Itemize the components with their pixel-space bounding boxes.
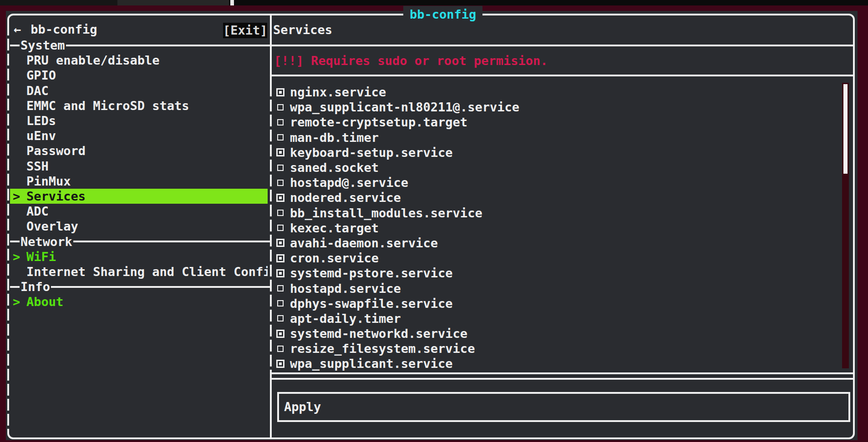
service-row[interactable]: systemd-networkd.service [272,326,841,341]
sidebar-item-password[interactable]: > Password [10,143,268,158]
service-row[interactable]: avahi-daemon.service [272,236,841,251]
selection-marker: > [13,295,20,309]
section-label: System [20,38,66,52]
service-row[interactable]: nodered.service [272,190,841,205]
checkbox-icon[interactable] [276,223,285,232]
service-name: systemd-networkd.service [290,326,467,341]
service-row[interactable]: kexec.target [272,221,841,236]
sidebar-item-label: EMMC and MicroSD stats [26,99,189,113]
sidebar-item-label: WiFi [26,250,56,264]
service-name: remote-cryptsetup.target [290,115,467,129]
services-checklist: nginx.service wpa_supplicant-nl80211@.se… [272,85,841,372]
service-name: keyboard-setup.service [290,146,453,160]
service-row[interactable]: systemd-pstore.service [272,266,841,281]
service-name: wpa_supplicant.service [290,357,453,371]
selection-marker: > [13,189,20,203]
section-rule [10,286,20,288]
service-name: hostapd.service [290,281,401,296]
page-title: Services [273,22,332,38]
service-name: nodered.service [290,191,401,205]
service-row[interactable]: hostapd@.service [272,175,841,190]
back-arrow-icon[interactable]: ← [14,22,21,36]
divider-line [272,372,853,374]
service-name: wpa_supplicant-nl80211@.service [290,100,519,114]
divider-line [272,45,853,46]
checkbox-icon[interactable] [276,178,285,187]
service-name: saned.socket [290,161,379,175]
service-name: nginx.service [290,85,386,99]
checkbox-icon[interactable] [276,148,285,157]
checkbox-icon[interactable] [276,254,285,263]
sidebar-item-pru[interactable]: > PRU enable/disable [10,53,268,68]
sidebar-item-pinmux[interactable]: > PinMux [10,174,268,189]
sidebar-item-ssh[interactable]: > SSH [10,159,268,174]
checkbox-icon[interactable] [276,269,285,278]
service-row[interactable]: apt-daily.timer [272,311,841,326]
service-row[interactable]: wpa_supplicant-nl80211@.service [272,100,841,115]
service-row[interactable]: nginx.service [272,85,841,100]
sidebar-item-services[interactable]: > Services [10,189,268,204]
service-row[interactable]: resize_filesystem.service [272,341,841,356]
checkbox-icon[interactable] [276,163,285,172]
service-row[interactable]: wpa_supplicant.service [272,356,841,371]
checkbox-icon[interactable] [276,133,285,142]
sidebar-item-label: LEDs [26,114,56,128]
tui-window-title: bb-config [403,6,482,23]
sidebar-item-emmc[interactable]: > EMMC and MicroSD stats [10,98,268,113]
checkbox-icon[interactable] [276,193,285,202]
checkbox-icon[interactable] [276,299,285,308]
service-row[interactable]: remote-cryptsetup.target [272,115,841,130]
sidebar-item-adc[interactable]: > ADC [10,204,268,219]
sidebar-item-overlay[interactable]: > Overlay [10,219,268,234]
sidebar-section-info: Info [10,279,270,294]
checkbox-icon[interactable] [276,314,285,323]
service-name: apt-daily.timer [290,311,401,326]
sidebar-item-about[interactable]: > About [10,294,268,309]
top-bar-tab[interactable] [117,0,229,5]
service-name: kexec.target [290,221,379,235]
checkbox-icon[interactable] [276,88,285,97]
apply-button[interactable]: Apply [277,392,850,422]
service-row[interactable]: dphys-swapfile.service [272,296,841,311]
service-name: systemd-pstore.service [290,266,453,280]
service-name: resize_filesystem.service [290,342,475,356]
checkbox-icon[interactable] [276,238,285,247]
section-rule [73,241,270,242]
sidebar-item-label: Services [26,189,86,203]
service-row[interactable]: keyboard-setup.service [272,145,841,160]
scrollbar-thumb[interactable] [843,84,848,174]
checkbox-icon[interactable] [276,329,285,338]
service-name: cron.service [290,251,379,265]
section-label: Network [20,235,73,249]
service-name: man-db.timer [290,131,379,145]
section-rule [66,45,270,46]
service-row[interactable]: hostapd.service [272,281,841,296]
app-title: bb-config [30,22,97,36]
exit-button[interactable]: [Exit] [223,23,267,38]
divider-line [272,378,853,380]
service-row[interactable]: saned.socket [272,160,841,175]
sidebar-item-label: uEnv [26,129,56,143]
sidebar-item-gpio[interactable]: > GPIO [10,68,268,83]
checkbox-icon[interactable] [276,359,285,368]
service-row[interactable]: cron.service [272,251,841,266]
sidebar-item-internet-sharing[interactable]: > Internet Sharing and Client Confi [10,264,268,279]
checkbox-icon[interactable] [276,208,285,217]
section-rule [10,45,20,46]
checkbox-icon[interactable] [276,118,285,127]
sidebar-item-dac[interactable]: > DAC [10,83,268,98]
section-rule [51,286,270,288]
checkbox-icon[interactable] [276,103,285,112]
sidebar-item-wifi[interactable]: > WiFi [10,249,268,264]
service-name: dphys-swapfile.service [290,296,453,311]
sidebar-item-label: PRU enable/disable [26,53,160,67]
checkbox-icon[interactable] [276,284,285,293]
top-bar-separator [230,0,234,5]
sidebar-item-uenv[interactable]: > uEnv [10,128,268,143]
sidebar-item-label: Internet Sharing and Client Confi [26,265,268,279]
service-row[interactable]: bb_install_modules.service [272,206,841,221]
sidebar-item-leds[interactable]: > LEDs [10,113,268,128]
checkbox-icon[interactable] [276,344,285,353]
scrollbar-track[interactable] [842,83,849,368]
service-row[interactable]: man-db.timer [272,130,841,145]
